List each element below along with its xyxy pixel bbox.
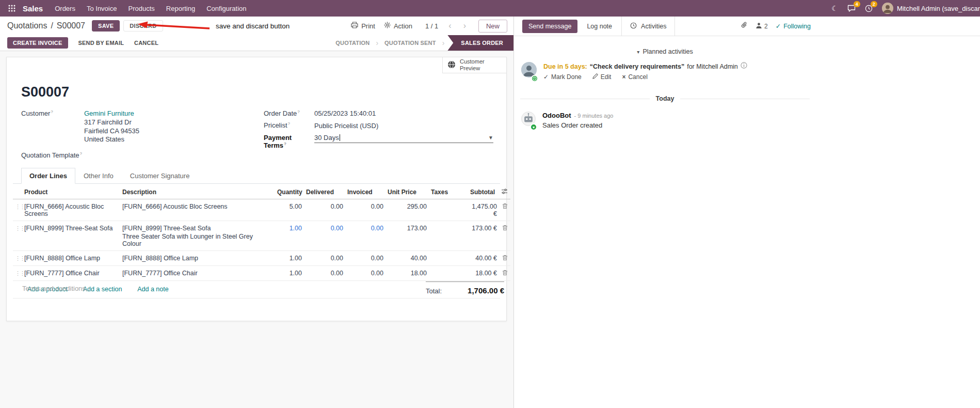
- form-content-area: Customer Preview S00007 Customer? Gemini…: [0, 51, 513, 408]
- cell-product[interactable]: [FURN_8888] Office Lamp: [22, 251, 120, 266]
- cell-taxes[interactable]: [429, 221, 468, 251]
- cell-unit-price[interactable]: 40.00: [385, 251, 429, 266]
- planned-activity-item: Due in 5 days: “Check delivery requireme…: [521, 62, 816, 81]
- activity-due-date: Due in 5 days:: [543, 62, 587, 71]
- person-icon: [756, 22, 762, 30]
- drag-handle-icon[interactable]: ⋮⋮: [15, 225, 24, 231]
- order-line-row[interactable]: ⋮⋮ [FURN_8888] Office Lamp [FURN_8888] O…: [13, 251, 510, 266]
- info-icon[interactable]: [741, 62, 747, 71]
- create-invoice-button[interactable]: CREATE INVOICE: [7, 37, 68, 49]
- order-date-field[interactable]: 05/25/2023 15:40:01: [314, 109, 376, 117]
- mark-done-button[interactable]: ✓Mark Done: [543, 73, 582, 81]
- messages-icon[interactable]: 4: [847, 5, 856, 12]
- followers-button[interactable]: 2: [756, 22, 768, 30]
- cell-quantity[interactable]: 5.00: [275, 199, 304, 221]
- order-line-row[interactable]: ⋮⋮ [FURN_8999] Three-Seat Sofa [FURN_899…: [13, 221, 510, 251]
- cell-product[interactable]: [FURN_8999] Three-Seat Sofa: [22, 221, 120, 251]
- state-quotation[interactable]: QUOTATION: [329, 35, 376, 51]
- message-timestamp: - 9 minutes ago: [574, 113, 614, 119]
- paperclip-icon[interactable]: [741, 21, 748, 31]
- payment-terms-field[interactable]: 30 Days ▼: [314, 134, 493, 143]
- cell-product[interactable]: [FURN_7777] Office Chair: [22, 266, 120, 281]
- order-line-row[interactable]: ⋮⋮ [FURN_7777] Office Chair [FURN_7777] …: [13, 266, 510, 281]
- customer-link[interactable]: Gemini Furniture: [84, 109, 134, 117]
- cell-product[interactable]: [FURN_6666] Acoustic Bloc Screens: [22, 199, 120, 221]
- print-button[interactable]: Print: [351, 22, 375, 30]
- breadcrumb-quotations[interactable]: Quotations: [7, 21, 47, 30]
- drag-handle-icon[interactable]: ⋮⋮: [15, 203, 24, 210]
- pager-previous-icon[interactable]: ‹: [447, 21, 453, 30]
- check-icon: ✓: [543, 73, 549, 81]
- cell-taxes[interactable]: [429, 266, 468, 281]
- cell-description[interactable]: [FURN_8999] Three-Seat Sofa Three Seater…: [120, 221, 275, 251]
- delete-line-icon[interactable]: [502, 255, 508, 262]
- cell-quantity[interactable]: 1.00: [275, 266, 304, 281]
- optional-columns-icon[interactable]: [499, 184, 510, 199]
- pager-next-icon[interactable]: ›: [462, 21, 468, 30]
- cancel-activity-button[interactable]: ×Cancel: [622, 73, 647, 81]
- pager-counter: 1 / 1: [425, 22, 438, 30]
- total-box: Total: 1,706.00 €: [426, 281, 504, 295]
- cell-quantity[interactable]: 1.00: [275, 251, 304, 266]
- dark-mode-moon-icon[interactable]: ☾: [831, 5, 838, 12]
- cell-description[interactable]: [FURN_8888] Office Lamp: [120, 251, 275, 266]
- user-menu[interactable]: Mitchell Admin (save_discar: [882, 3, 980, 14]
- action-button[interactable]: Action: [384, 22, 412, 30]
- new-button[interactable]: New: [478, 20, 507, 33]
- cell-subtotal: 1,475.00 €: [468, 199, 499, 221]
- customer-preview-button[interactable]: Customer Preview: [442, 57, 506, 73]
- delete-line-icon[interactable]: [502, 225, 508, 232]
- activities-clock-icon[interactable]: 2: [865, 5, 873, 12]
- cell-unit-price[interactable]: 173.00: [385, 221, 429, 251]
- app-name[interactable]: Sales: [23, 4, 43, 13]
- tab-order-lines[interactable]: Order Lines: [21, 168, 75, 184]
- col-product[interactable]: Product: [22, 184, 120, 199]
- drag-handle-icon[interactable]: ⋮⋮: [15, 255, 24, 261]
- delete-line-icon[interactable]: [502, 203, 508, 211]
- menu-orders[interactable]: Orders: [49, 0, 81, 17]
- cell-taxes[interactable]: [429, 199, 468, 221]
- cell-unit-price[interactable]: 18.00: [385, 266, 429, 281]
- menu-configuration[interactable]: Configuration: [201, 0, 252, 17]
- following-button[interactable]: ✓ Following: [776, 22, 811, 30]
- activities-tab[interactable]: Activities: [621, 17, 675, 36]
- cell-taxes[interactable]: [429, 251, 468, 266]
- menu-reporting[interactable]: Reporting: [160, 0, 201, 17]
- dropdown-caret-icon[interactable]: ▼: [488, 135, 493, 140]
- col-description[interactable]: Description: [120, 184, 275, 199]
- menu-to-invoice[interactable]: To Invoice: [81, 0, 123, 17]
- log-note-button[interactable]: Log note: [587, 23, 612, 30]
- col-taxes[interactable]: Taxes: [429, 184, 468, 199]
- page-title: S00007: [21, 84, 69, 100]
- cancel-button[interactable]: CANCEL: [134, 40, 158, 46]
- cell-description[interactable]: [FURN_7777] Office Chair: [120, 266, 275, 281]
- cell-unit-price[interactable]: 295.00: [385, 199, 429, 221]
- message-author[interactable]: OdooBot: [542, 112, 571, 119]
- order-line-row[interactable]: ⋮⋮ [FURN_6666] Acoustic Bloc Screens [FU…: [13, 199, 510, 221]
- cell-description[interactable]: [FURN_6666] Acoustic Bloc Screens: [120, 199, 275, 221]
- planned-activities-header[interactable]: ▾ Planned activities: [514, 48, 816, 55]
- delete-line-icon[interactable]: [502, 270, 508, 277]
- send-message-button[interactable]: Send message: [522, 20, 577, 33]
- state-sales-order[interactable]: SALES ORDER: [447, 35, 513, 51]
- send-by-email-button[interactable]: SEND BY EMAIL: [78, 40, 124, 46]
- state-quotation-sent[interactable]: QUOTATION SENT: [378, 35, 442, 51]
- cell-quantity[interactable]: 1.00: [275, 221, 304, 251]
- chatter-body: ▾ Planned activities Due in 5 days: “Che…: [514, 48, 816, 129]
- tab-customer-signature[interactable]: Customer Signature: [122, 168, 198, 184]
- col-delivered[interactable]: Delivered: [304, 184, 345, 199]
- terms-and-conditions-field[interactable]: Terms and conditions...: [22, 285, 91, 292]
- col-invoiced[interactable]: Invoiced: [345, 184, 385, 199]
- col-subtotal[interactable]: Subtotal: [468, 184, 499, 199]
- topbar-menu: Orders To Invoice Products Reporting Con…: [49, 0, 252, 17]
- col-quantity[interactable]: Quantity: [275, 184, 304, 199]
- save-button[interactable]: SAVE: [92, 20, 120, 32]
- col-unit-price[interactable]: Unit Price: [385, 184, 429, 199]
- pricelist-field[interactable]: Public Pricelist (USD): [314, 122, 378, 130]
- drag-handle-icon[interactable]: ⋮⋮: [15, 270, 24, 276]
- add-note-link[interactable]: Add a note: [137, 286, 168, 293]
- edit-activity-button[interactable]: Edit: [592, 73, 612, 81]
- menu-products[interactable]: Products: [122, 0, 160, 17]
- tab-other-info[interactable]: Other Info: [75, 168, 122, 184]
- apps-grid-icon[interactable]: [5, 5, 19, 12]
